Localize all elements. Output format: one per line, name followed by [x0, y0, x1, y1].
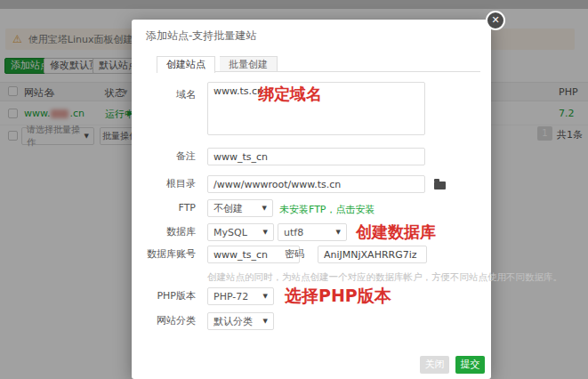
- screen: ⚠ 使用宝塔Linux面板创建站点时会自动 添加站点 修改默认页 默认站点 网站…: [0, 0, 588, 379]
- caret-down-icon: ▼: [336, 229, 341, 236]
- php-version-select[interactable]: PHP-72 ▼: [207, 287, 274, 305]
- tab-create-site[interactable]: 创建站点: [157, 56, 215, 73]
- note-input[interactable]: [207, 148, 425, 165]
- caret-down-icon: ▼: [263, 229, 268, 236]
- db-password-label: 密码: [272, 246, 304, 263]
- ftp-select[interactable]: 不创建 ▼: [207, 199, 273, 217]
- php-annotation: 选择PHP版本: [285, 285, 391, 308]
- root-input[interactable]: [207, 175, 425, 193]
- caret-down-icon: ▼: [262, 205, 267, 212]
- modal-title: 添加站点-支持批量建站: [146, 28, 256, 44]
- close-icon[interactable]: ✕: [486, 11, 505, 30]
- database-row: 数据库 MySQL ▼ utf8 ▼ 创建数据库: [132, 223, 491, 241]
- php-version-label: PHP版本: [132, 287, 196, 305]
- database-charset-value: utf8: [284, 227, 303, 238]
- db-account-label: 数据库账号: [132, 246, 196, 263]
- close-button[interactable]: 关闭: [420, 356, 449, 374]
- category-select[interactable]: 默认分类 ▼: [207, 312, 274, 330]
- database-engine-value: MySQL: [213, 227, 247, 238]
- tab-batch-create[interactable]: 批量创建: [220, 56, 278, 72]
- submit-button[interactable]: 提交: [455, 356, 485, 374]
- ftp-label: FTP: [132, 199, 196, 217]
- ftp-select-value: 不创建: [213, 202, 243, 215]
- note-label: 备注: [132, 148, 196, 165]
- php-version-row: PHP版本 PHP-72 ▼ 选择PHP版本: [132, 287, 491, 305]
- domain-row: 域名 www.ts.cn 绑定域名: [132, 82, 491, 135]
- database-annotation: 创建数据库: [356, 222, 436, 243]
- install-ftp-link[interactable]: 未安装FTP，点击安装: [279, 203, 375, 216]
- caret-down-icon: ▼: [263, 293, 268, 300]
- category-value: 默认分类: [213, 315, 253, 328]
- note-row: 备注: [132, 148, 491, 165]
- root-label: 根目录: [132, 175, 196, 193]
- add-site-modal: ✕ 添加站点-支持批量建站 创建站点 批量创建 域名 www.ts.cn 绑定域…: [132, 20, 491, 379]
- folder-icon[interactable]: [434, 181, 446, 190]
- domain-label: 域名: [132, 86, 196, 104]
- root-row: 根目录: [132, 175, 491, 193]
- modal-tabs: 创建站点 批量创建: [157, 56, 480, 72]
- db-hint-text: 创建站点的同时，为站点创建一个对应的数据库帐户，方便不同站点使用不同数据库。: [207, 271, 562, 284]
- caret-down-icon: ▼: [263, 318, 268, 325]
- php-version-value: PHP-72: [213, 291, 248, 302]
- db-password-input[interactable]: [318, 246, 427, 263]
- database-charset-select[interactable]: utf8 ▼: [278, 223, 347, 241]
- database-label: 数据库: [132, 223, 196, 241]
- domain-textarea[interactable]: www.ts.cn: [207, 82, 425, 135]
- database-engine-select[interactable]: MySQL ▼: [207, 223, 274, 241]
- ftp-row: FTP 不创建 ▼ 未安装FTP，点击安装: [132, 199, 491, 217]
- category-row: 网站分类 默认分类 ▼: [132, 312, 491, 330]
- db-account-row: 数据库账号 密码: [132, 246, 491, 263]
- category-label: 网站分类: [132, 312, 196, 330]
